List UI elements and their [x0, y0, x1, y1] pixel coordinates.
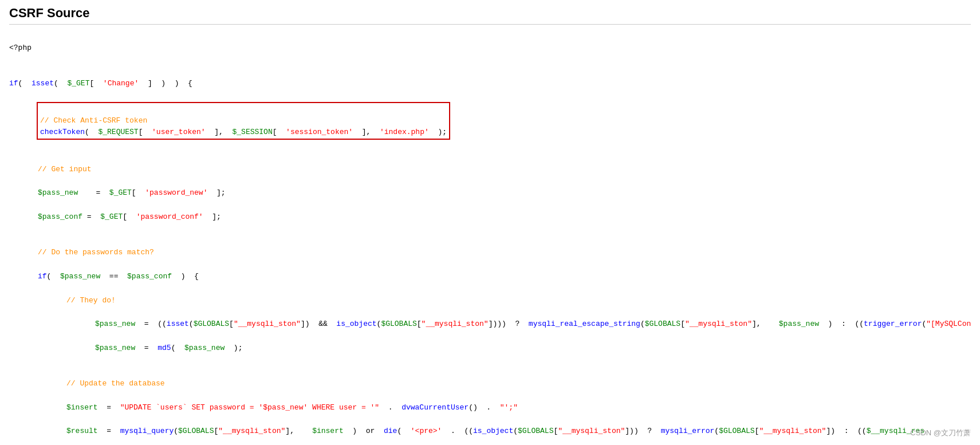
code-block: <?php if( isset( $_GET[ 'Change' ] ) ) {… [9, 30, 971, 445]
watermark-text: CSDN @文刀竹萧 [910, 428, 971, 438]
page-title: CSRF Source [9, 6, 971, 25]
